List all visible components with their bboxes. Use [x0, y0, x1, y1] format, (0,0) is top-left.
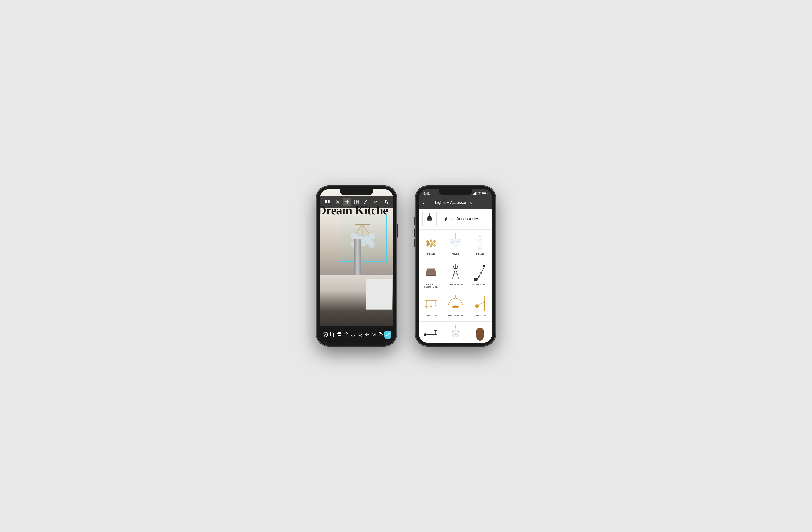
crop-button[interactable]	[329, 330, 336, 339]
svg-point-61	[431, 242, 434, 245]
svg-line-88	[453, 270, 455, 277]
svg-point-70	[454, 239, 457, 242]
grid-toggle-button[interactable]	[343, 198, 351, 206]
svg-point-72	[451, 241, 455, 245]
svg-point-79	[480, 239, 482, 240]
product-name-workstead-5: WORKSTEAD	[473, 314, 488, 316]
notch-phone2	[439, 189, 472, 195]
product-cell-pelle-3[interactable]: PELLE	[468, 230, 492, 260]
product-image-pelle-3	[470, 233, 489, 251]
product-cell-workstead-2[interactable]: WORKSTEAD	[468, 260, 492, 291]
layers-button[interactable]	[335, 330, 343, 339]
phone-editor: Dream Kitche	[317, 186, 396, 346]
move-down-button[interactable]	[349, 330, 357, 339]
svg-line-86	[452, 268, 455, 280]
svg-rect-29	[357, 200, 358, 202]
product-grid: PELLE	[419, 230, 492, 343]
grid-row-1: Pickett Furniture	[419, 260, 492, 291]
product-image-workstead-2	[470, 263, 489, 282]
text-button[interactable]: Aa	[371, 198, 380, 206]
catalog-screen: 9:41	[419, 189, 492, 343]
product-cell-workstead-5[interactable]: WORKSTEAD	[468, 291, 492, 321]
category-icon-box	[422, 212, 437, 226]
svg-point-123	[481, 329, 482, 330]
product-name-workstead-4: WORKSTEAD	[448, 314, 463, 316]
svg-rect-50	[487, 193, 488, 194]
svg-point-77	[478, 240, 479, 241]
svg-point-95	[478, 276, 479, 278]
phone1-screen: Dream Kitche	[320, 189, 393, 343]
svg-point-125	[482, 334, 483, 335]
cancel-circle-button[interactable]	[322, 330, 329, 339]
svg-point-52	[427, 219, 432, 221]
phone-catalog: 9:41	[416, 186, 495, 346]
kitchen-cabinet-right	[366, 279, 392, 310]
move-up-button[interactable]	[343, 330, 350, 339]
product-cell-workstead-3[interactable]: WORKSTEAD	[419, 291, 443, 321]
nav-bar: ‹ Lights + Accessories	[419, 197, 492, 208]
product-cell-workstead-1[interactable]: WORKSTEAD	[443, 260, 468, 291]
svg-point-102	[425, 307, 427, 308]
product-cell-room-2[interactable]: ROOM	[468, 321, 492, 343]
close-button[interactable]	[333, 198, 342, 206]
svg-rect-47	[476, 192, 477, 195]
battery-icon	[482, 192, 488, 195]
back-grid-button[interactable]	[323, 198, 332, 206]
svg-line-109	[478, 301, 485, 306]
svg-point-80	[478, 245, 479, 246]
product-image-pelle-1	[422, 233, 440, 251]
svg-rect-23	[347, 200, 349, 202]
product-name-pelle-3: PELLE	[476, 253, 484, 255]
svg-point-64	[430, 245, 432, 247]
product-image-workstead-5	[470, 294, 489, 313]
grid-row-3: WORKSTEAD	[419, 321, 492, 343]
svg-point-103	[430, 306, 432, 307]
magic-wand-button[interactable]	[357, 330, 364, 339]
grid-row-2: WORKSTEAD	[419, 291, 492, 321]
tag-button[interactable]	[377, 330, 385, 339]
svg-point-78	[479, 242, 481, 243]
product-name-pickett: Pickett Furniture	[420, 283, 441, 288]
draw-button[interactable]	[362, 198, 370, 206]
svg-point-59	[433, 240, 436, 243]
share-button[interactable]	[381, 198, 390, 206]
notch-phone1	[340, 189, 373, 195]
svg-point-63	[433, 244, 436, 247]
status-time: 9:41	[423, 192, 430, 195]
svg-rect-25	[347, 202, 349, 204]
editor-toolbar-bottom	[320, 326, 393, 343]
svg-point-112	[476, 305, 478, 308]
svg-line-87	[455, 268, 459, 280]
product-image-pelle-2	[446, 233, 465, 251]
editor-screen: Dream Kitche	[320, 189, 393, 343]
layout-button[interactable]	[352, 198, 361, 206]
product-image-workstead-4	[446, 294, 465, 313]
svg-point-58	[430, 239, 432, 242]
category-header: Lights + Accessories	[419, 208, 492, 230]
skip-button[interactable]	[371, 330, 377, 339]
product-cell-workstead-6[interactable]: WORKSTEAD	[419, 321, 443, 343]
product-cell-room-1[interactable]: ROOM	[443, 321, 468, 343]
product-image-workstead-6	[422, 324, 440, 343]
phone2-screen: 9:41	[419, 189, 492, 343]
product-name-workstead-1: WORKSTEAD	[448, 283, 463, 286]
product-name-pelle-1: PELLE	[427, 253, 435, 255]
svg-point-90	[483, 265, 485, 267]
editor-tools-group: Aa	[333, 198, 380, 206]
product-cell-pelle-2[interactable]: PELLE	[443, 230, 468, 260]
selection-box	[340, 215, 387, 262]
svg-line-40	[359, 335, 362, 337]
product-cell-pelle-1[interactable]: PELLE	[419, 230, 443, 260]
svg-rect-49	[483, 192, 487, 194]
sparkle-button[interactable]	[364, 330, 371, 339]
confirm-button[interactable]	[384, 330, 391, 339]
product-image-room-2	[470, 324, 489, 343]
product-cell-workstead-4[interactable]: WORKSTEAD	[443, 291, 468, 321]
svg-marker-41	[372, 333, 375, 336]
back-button[interactable]: ‹	[422, 200, 424, 206]
category-title: Lights + Accessories	[440, 217, 479, 221]
svg-rect-22	[345, 200, 347, 202]
product-cell-pickett[interactable]: Pickett Furniture	[419, 260, 443, 291]
wifi-icon	[478, 192, 481, 195]
nav-title: Lights + Accessories	[427, 200, 479, 205]
